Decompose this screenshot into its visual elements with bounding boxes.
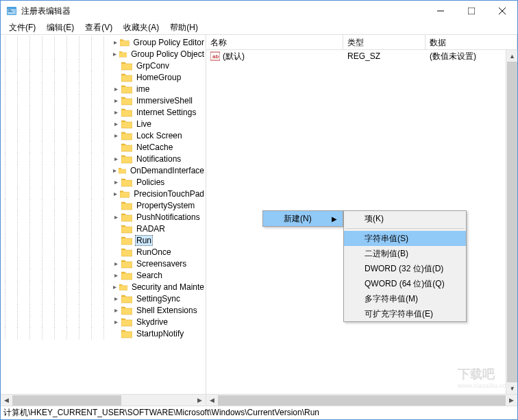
menu-edit[interactable]: 编辑(E): [41, 21, 79, 35]
menu-file[interactable]: 文件(F): [3, 21, 41, 35]
expander-icon[interactable]: ▸: [112, 271, 120, 280]
scroll-track-h[interactable]: [12, 395, 194, 406]
tree-item[interactable]: ▸Screensavers: [1, 258, 206, 269]
tree-item[interactable]: ▸Shell Extensions: [1, 304, 206, 316]
submenu-dword[interactable]: DWORD (32 位)值(D): [344, 261, 466, 276]
submenu-expand[interactable]: 可扩充字符串值(E): [344, 306, 466, 321]
expander-icon[interactable]: [112, 225, 120, 233]
minimize-button[interactable]: [425, 1, 456, 21]
expander-icon[interactable]: ▸: [112, 38, 119, 47]
expander-icon[interactable]: ▸: [112, 132, 120, 140]
submenu-separator: [345, 228, 465, 229]
expander-icon[interactable]: [112, 236, 120, 245]
tree-item[interactable]: HomeGroup: [1, 71, 206, 83]
svg-rect-5: [468, 8, 475, 14]
tree-scrollbar-h[interactable]: ◀ ▶: [1, 394, 206, 406]
column-name[interactable]: 名称: [206, 35, 343, 49]
tree-scroll[interactable]: ▸Group Policy Editor▸Group Policy Object…: [1, 35, 206, 394]
expander-icon[interactable]: [112, 62, 120, 70]
expander-icon[interactable]: ▸: [112, 155, 120, 163]
scroll-left-button[interactable]: ◀: [1, 395, 12, 406]
tree-item[interactable]: ▸Notifications: [1, 153, 206, 164]
scroll-right-button[interactable]: ▶: [506, 395, 517, 406]
expander-icon[interactable]: [112, 248, 120, 256]
tree-item[interactable]: NetCache: [1, 141, 206, 153]
tree-item-label: Shell Extensions: [135, 306, 199, 315]
maximize-button[interactable]: [456, 1, 486, 21]
submenu-key[interactable]: 项(K): [344, 211, 466, 226]
scroll-thumb-h[interactable]: [218, 395, 506, 406]
tree-item[interactable]: ▸PrecisionTouchPad: [1, 188, 206, 199]
submenu-string[interactable]: 字符串值(S): [344, 231, 466, 246]
expander-icon[interactable]: ▸: [112, 166, 117, 175]
close-button[interactable]: [486, 1, 517, 21]
tree-item[interactable]: ▸Group Policy Object: [1, 48, 206, 60]
expander-icon[interactable]: ▸: [112, 213, 120, 221]
tree-item-label: RunOnce: [135, 247, 173, 257]
tree-item[interactable]: ▸Skydrive: [1, 316, 206, 328]
list-scrollbar-h[interactable]: ◀ ▶: [206, 394, 517, 406]
expander-icon[interactable]: ▸: [112, 178, 120, 186]
expander-icon[interactable]: ▸: [112, 318, 120, 326]
tree-item[interactable]: ▸ImmersiveShell: [1, 95, 206, 106]
tree-item[interactable]: ▸Policies: [1, 176, 206, 188]
expander-icon[interactable]: [112, 201, 120, 210]
expander-icon[interactable]: [112, 73, 120, 82]
list-body[interactable]: ab (默认) REG_SZ (数值未设置) 新建(N) ▶: [206, 50, 517, 394]
list-scrollbar-v[interactable]: ▲ ▼: [506, 50, 517, 394]
expander-icon[interactable]: ▸: [112, 295, 120, 303]
tree-item[interactable]: ▸ime: [1, 83, 206, 95]
tree-item[interactable]: ▸SettingSync: [1, 293, 206, 304]
expander-icon[interactable]: ▸: [112, 120, 120, 128]
expander-icon[interactable]: ▸: [112, 283, 118, 291]
titlebar: 注册表编辑器: [1, 1, 517, 21]
menu-help[interactable]: 帮助(H): [164, 21, 204, 35]
scroll-down-button[interactable]: ▼: [506, 382, 517, 394]
tree-item[interactable]: PropertySystem: [1, 199, 206, 211]
scroll-left-button[interactable]: ◀: [206, 395, 218, 406]
expander-icon[interactable]: ▸: [112, 260, 120, 268]
scroll-thumb-h[interactable]: [12, 395, 121, 406]
expander-icon[interactable]: ▸: [112, 85, 120, 93]
expander-icon[interactable]: ▸: [112, 50, 118, 58]
menu-view[interactable]: 查看(V): [79, 21, 118, 35]
column-data[interactable]: 数据: [426, 35, 517, 49]
context-new[interactable]: 新建(N) ▶: [263, 211, 343, 226]
tree-item[interactable]: GrpConv: [1, 60, 206, 71]
expander-icon[interactable]: ▸: [112, 190, 119, 198]
tree-item[interactable]: ▸Group Policy Editor: [1, 36, 206, 48]
scroll-up-button[interactable]: ▲: [506, 50, 517, 62]
tree-item-label: PrecisionTouchPad: [132, 189, 206, 199]
tree-item[interactable]: StartupNotify: [1, 328, 206, 339]
scroll-right-button[interactable]: ▶: [194, 395, 206, 406]
tree-item[interactable]: ▸Lock Screen: [1, 129, 206, 141]
tree-item-label: SettingSync: [135, 294, 182, 304]
list-row[interactable]: ab (默认) REG_SZ (数值未设置): [206, 50, 517, 62]
expander-icon[interactable]: [112, 330, 120, 338]
expander-icon[interactable]: ▸: [112, 97, 120, 105]
tree-item[interactable]: ▸Search: [1, 269, 206, 281]
scroll-track-v[interactable]: [506, 62, 517, 382]
list-header: 名称 类型 数据: [206, 35, 517, 50]
submenu-binary[interactable]: 二进制值(B): [344, 246, 466, 261]
tree-item[interactable]: RADAR: [1, 223, 206, 234]
tree-item-label: NetCache: [135, 143, 174, 152]
tree-item[interactable]: RunOnce: [1, 246, 206, 258]
expander-icon[interactable]: [112, 143, 120, 151]
column-type[interactable]: 类型: [343, 35, 426, 49]
menu-favorites[interactable]: 收藏夹(A): [118, 21, 164, 35]
tree-item[interactable]: ▸Live: [1, 118, 206, 129]
tree-item[interactable]: ▸OnDemandInterface: [1, 164, 206, 176]
expander-icon[interactable]: ▸: [112, 306, 120, 314]
tree-item[interactable]: ▸Security and Mainte: [1, 281, 206, 293]
submenu-dword-label: DWORD (32 位)值(D): [365, 263, 443, 275]
tree-item[interactable]: Run: [1, 234, 206, 246]
expander-icon[interactable]: ▸: [112, 108, 120, 116]
submenu-multi[interactable]: 多字符串值(M): [344, 291, 466, 306]
submenu-qword[interactable]: QWORD (64 位)值(Q): [344, 276, 466, 291]
scroll-track-h[interactable]: [218, 395, 506, 406]
tree-item[interactable]: ▸Internet Settings: [1, 106, 206, 118]
tree-item[interactable]: ▸PushNotifications: [1, 211, 206, 223]
tree-item-label: Internet Settings: [135, 108, 197, 117]
scroll-thumb-v[interactable]: [507, 62, 517, 382]
